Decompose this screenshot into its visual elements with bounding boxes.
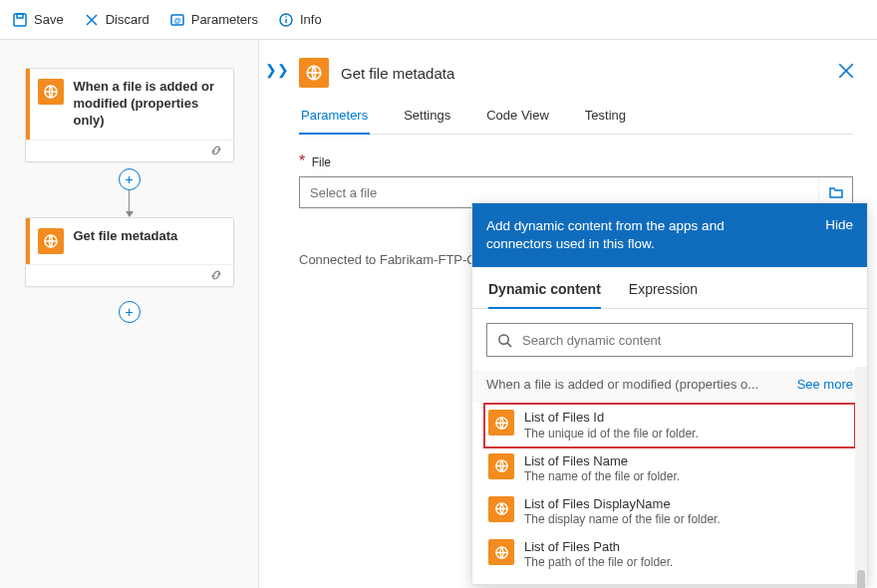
- item-desc: The path of the file or folder.: [524, 555, 673, 570]
- save-icon: [12, 12, 28, 28]
- popover-message: Add dynamic content from the apps and co…: [486, 217, 785, 253]
- item-title: List of Files Id: [524, 410, 699, 426]
- hide-popover-button[interactable]: Hide: [825, 217, 853, 232]
- file-label: File: [312, 155, 331, 169]
- action-title: Get file metadata: [74, 228, 178, 245]
- parameters-label: Parameters: [191, 12, 258, 27]
- collapse-panel-button[interactable]: ❯❯: [265, 62, 289, 78]
- workflow-canvas: When a file is added or modified (proper…: [0, 40, 259, 588]
- tab-dynamic-content[interactable]: Dynamic content: [488, 281, 601, 309]
- svg-rect-0: [14, 14, 26, 26]
- discard-icon: [84, 12, 100, 28]
- top-toolbar: Save Discard @ Parameters Info: [0, 0, 877, 40]
- add-step-end-button[interactable]: +: [119, 301, 141, 323]
- tab-parameters[interactable]: Parameters: [299, 108, 370, 135]
- parameters-button[interactable]: @ Parameters: [169, 12, 258, 28]
- trigger-card[interactable]: When a file is added or modified (proper…: [25, 68, 234, 162]
- ftp-icon: [488, 410, 514, 436]
- required-indicator: *: [299, 152, 305, 169]
- detail-tabs: Parameters Settings Code View Testing: [299, 108, 853, 135]
- link-icon: [209, 268, 223, 282]
- tab-code-view[interactable]: Code View: [484, 108, 551, 134]
- dynamic-content-item[interactable]: List of Files NameThe name of the file o…: [484, 447, 855, 490]
- dynamic-content-item[interactable]: List of Files PathThe path of the file o…: [484, 533, 855, 576]
- info-label: Info: [300, 12, 322, 27]
- item-desc: The unique id of the file or folder.: [524, 427, 699, 441]
- item-title: List of Files Name: [524, 453, 680, 469]
- dynamic-content-list: List of Files IdThe unique id of the fil…: [472, 402, 867, 584]
- parameters-icon: @: [169, 12, 185, 28]
- ftp-icon: [38, 228, 64, 254]
- discard-button[interactable]: Discard: [84, 12, 149, 28]
- add-step-button[interactable]: +: [119, 168, 141, 190]
- svg-text:@: @: [173, 16, 181, 25]
- info-icon: [278, 12, 294, 28]
- detail-title: Get file metadata: [341, 65, 454, 82]
- trigger-title: When a file is added or modified (proper…: [74, 79, 221, 130]
- svg-rect-1: [17, 14, 23, 18]
- info-button[interactable]: Info: [278, 12, 322, 28]
- ftp-icon: [488, 496, 514, 522]
- file-field: * File: [299, 152, 853, 208]
- item-title: List of Files DisplayName: [524, 496, 721, 512]
- scrollbar[interactable]: [855, 367, 867, 584]
- search-icon: [497, 333, 512, 348]
- close-panel-button[interactable]: [837, 62, 855, 84]
- ftp-icon: [299, 58, 329, 88]
- dynamic-content-item[interactable]: List of Files IdThe unique id of the fil…: [484, 404, 855, 446]
- connector-arrow: +: [119, 162, 141, 217]
- dynamic-content-popover: Add dynamic content from the apps and co…: [472, 203, 867, 584]
- discard-label: Discard: [106, 12, 149, 27]
- item-desc: The display name of the file or folder.: [524, 512, 721, 527]
- save-button[interactable]: Save: [12, 12, 64, 28]
- search-input[interactable]: [522, 333, 842, 348]
- svg-point-14: [499, 335, 508, 344]
- section-title: When a file is added or modified (proper…: [486, 377, 758, 392]
- ftp-icon: [38, 79, 64, 105]
- link-icon: [209, 144, 223, 157]
- detail-panel: ❯❯ Get file metadata Parameters Settings…: [259, 40, 877, 588]
- svg-point-8: [285, 16, 287, 18]
- ftp-icon: [488, 453, 514, 479]
- tab-testing[interactable]: Testing: [583, 108, 628, 134]
- svg-line-15: [507, 343, 511, 347]
- item-title: List of Files Path: [524, 539, 673, 555]
- dynamic-content-item[interactable]: List of Files DisplayNameThe display nam…: [484, 490, 855, 533]
- tab-settings[interactable]: Settings: [402, 108, 452, 134]
- action-card[interactable]: Get file metadata: [25, 217, 234, 287]
- item-desc: The name of the file or folder.: [524, 469, 680, 484]
- see-more-button[interactable]: See more: [797, 377, 853, 392]
- ftp-icon: [488, 539, 514, 565]
- tab-expression[interactable]: Expression: [629, 281, 698, 308]
- save-label: Save: [34, 12, 64, 27]
